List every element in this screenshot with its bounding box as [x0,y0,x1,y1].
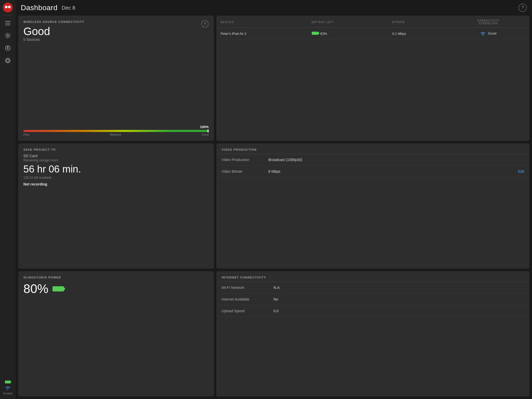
vb-value: 8 Mbps [268,169,518,174]
vb-label: Video Bitrate [222,169,268,174]
col-devices: DEVICES [216,16,307,28]
video-bitrate-row: Video Bitrate 8 Mbps Edit [216,166,529,177]
wifi-network-row: Wi-Fi Network N.A [216,282,529,294]
upload-label: Upload Speed [222,309,274,313]
power-card: SLINGSTUDIO POWER 80% [18,271,214,396]
device-bitrate: 0.1 Mbps [388,28,447,40]
internet-card-title: INTERNET CONNECTIVITY [216,271,529,282]
storage-gb: 126.24 GB Available [23,176,209,179]
menu-icon[interactable] [3,18,12,28]
svg-point-2 [8,6,11,8]
table-row: Peter's iPad Air 2 83% 0.1 Mbps [216,28,529,40]
device-name: Peter's iPad Air 2 [216,28,307,40]
dashboard-grid: WIRELESS SOURCE CONNECTIVITY Good 0 Sour… [16,16,532,399]
vp-label: Video Production [222,158,268,162]
internet-connectivity-card: INTERNET CONNECTIVITY Wi-Fi Network N.A … [216,271,529,396]
logo [3,3,13,14]
wireless-help-button[interactable]: ? [201,20,209,28]
power-card-title: SLINGSTUDIO POWER [23,276,209,279]
label-good: Good [202,133,209,136]
svg-point-10 [5,58,10,63]
wifi-value: N.A [274,285,280,290]
power-percent-value: 80% [23,282,48,296]
wifi-sidebar-icon [5,385,11,391]
storage-type: SD Card [23,154,209,158]
sources-count: 0 Sources [23,37,84,42]
main-content: Dashboard Dec 8 ? WIRELESS SOURCE CONNEC… [16,0,532,399]
settings-icon[interactable] [3,31,12,40]
page-title: Dashboard [21,4,57,12]
device-battery: 83% [308,28,388,40]
svg-point-1 [5,6,8,8]
upload-value: 0.0 [274,309,278,313]
edit-bitrate-button[interactable]: Edit [518,169,524,174]
record-icon[interactable] [3,56,12,65]
signal-percent: 100% [23,125,209,129]
signal-bar [23,130,209,132]
col-battery: BATTERY LEFT [308,16,388,28]
signal-indicator [208,129,209,132]
signal-labels: Poor Marginal Good [23,133,209,136]
storage-label: Remaining storage hours [23,158,209,162]
col-connectivity: CONNECTIVITYSTRENGTH% [447,16,529,28]
wireless-card-title: WIRELESS SOURCE CONNECTIVITY [23,20,84,23]
sidebar: STUDIO [0,0,16,399]
label-poor: Poor [23,133,29,136]
svg-point-6 [7,35,9,37]
svg-rect-4 [5,23,10,23]
video-production-card: VIDEO PRODUCTION Video Production Broadc… [216,143,529,269]
wireless-status: Good [23,26,84,37]
devices-card: DEVICES BATTERY LEFT BITRATE CONNECTIVIT… [216,16,529,141]
vp-value: Broadcast (1080p30) [268,158,524,162]
power-battery-icon [52,286,64,291]
internet-available-row: Internet Available No [216,294,529,305]
header: Dashboard Dec 8 ? [16,0,532,16]
sidebar-battery-icon [5,381,11,383]
upload-speed-row: Upload Speed 0.0 [216,305,529,317]
help-button[interactable]: ? [518,4,527,12]
svg-rect-3 [5,21,10,22]
device-connectivity: Good [447,28,529,40]
studio-label: STUDIO [3,392,12,395]
storage-time: 56 hr 06 min. [23,164,209,175]
header-date: Dec 8 [62,5,75,11]
battery-icon [312,32,318,35]
label-marginal: Marginal [110,133,121,136]
speedometer-icon[interactable] [3,43,12,53]
wifi-label: Wi-Fi Network [222,285,274,290]
svg-rect-5 [5,25,10,25]
svg-point-11 [6,59,9,62]
signal-progress: 100% Poor Marginal Good [23,125,209,136]
power-percent-display: 80% [23,282,209,296]
sidebar-bottom: STUDIO [3,381,12,396]
video-card-title: VIDEO PRODUCTION [216,143,529,154]
sidebar-divider-1 [3,15,12,15]
internet-avail-label: Internet Available [222,297,274,301]
devices-table: DEVICES BATTERY LEFT BITRATE CONNECTIVIT… [216,16,529,40]
video-production-row: Video Production Broadcast (1080p30) [216,154,529,166]
recording-status: Not recording [23,182,209,186]
svg-point-0 [3,3,13,12]
col-bitrate: BITRATE [388,16,447,28]
wireless-connectivity-card: WIRELESS SOURCE CONNECTIVITY Good 0 Sour… [18,16,214,141]
internet-avail-value: No [274,297,278,301]
save-card-title: SAVE PROJECT TO [23,148,209,151]
save-project-card: SAVE PROJECT TO SD Card Remaining storag… [18,143,214,269]
